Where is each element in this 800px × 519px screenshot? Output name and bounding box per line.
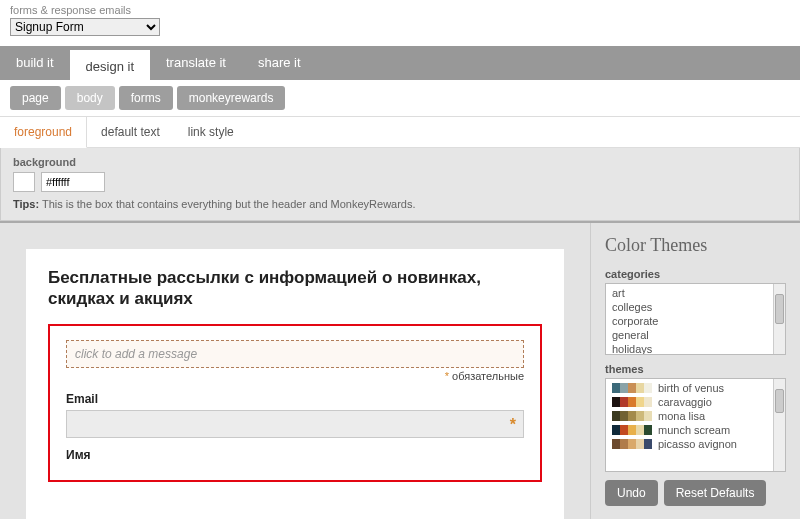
theme-item[interactable]: mona lisa (610, 409, 769, 423)
category-item[interactable]: colleges (610, 300, 769, 314)
theme-name: mona lisa (658, 410, 705, 422)
main-tabs: build it design it translate it share it (0, 46, 800, 80)
sidebar: Color Themes categories art colleges cor… (590, 223, 800, 519)
field-label-name: Имя (66, 448, 524, 462)
tips-text: Tips: This is the box that contains ever… (13, 198, 787, 210)
subtab-body[interactable]: body (65, 86, 115, 110)
field-label-email: Email (66, 392, 524, 406)
category-item[interactable]: art (610, 286, 769, 300)
background-label: background (13, 156, 787, 168)
theme-palette (612, 411, 652, 421)
form-canvas: Бесплатные рассылки с информацией о нови… (0, 223, 590, 519)
tertab-foreground[interactable]: foreground (0, 117, 87, 148)
theme-item[interactable]: caravaggio (610, 395, 769, 409)
required-legend: обязательные (66, 370, 524, 382)
scrollbar[interactable] (773, 379, 785, 471)
theme-name: birth of venus (658, 382, 724, 394)
background-swatch[interactable] (13, 172, 35, 192)
theme-item[interactable]: birth of venus (610, 381, 769, 395)
categories-label: categories (605, 268, 786, 280)
theme-name: picasso avignon (658, 438, 737, 450)
theme-palette (612, 439, 652, 449)
themes-label: themes (605, 363, 786, 375)
subtab-page[interactable]: page (10, 86, 61, 110)
forms-response-label: forms & response emails (0, 0, 800, 18)
tertab-link-style[interactable]: link style (174, 117, 248, 147)
theme-palette (612, 397, 652, 407)
add-message-placeholder[interactable]: click to add a message (66, 340, 524, 368)
categories-list[interactable]: art colleges corporate general holidays (605, 283, 786, 355)
theme-palette (612, 383, 652, 393)
required-star-icon: * (510, 416, 516, 434)
tab-build-it[interactable]: build it (0, 46, 70, 80)
reset-defaults-button[interactable]: Reset Defaults (664, 480, 767, 506)
scrollbar[interactable] (773, 284, 785, 354)
form-body-selected[interactable]: click to add a message обязательные Emai… (48, 324, 542, 482)
undo-button[interactable]: Undo (605, 480, 658, 506)
tertab-default-text[interactable]: default text (87, 117, 174, 147)
subtab-monkeyrewards[interactable]: monkeyrewards (177, 86, 286, 110)
tertiary-tabs: foreground default text link style (0, 116, 800, 148)
theme-item[interactable]: munch scream (610, 423, 769, 437)
theme-name: caravaggio (658, 396, 712, 408)
subtab-forms[interactable]: forms (119, 86, 173, 110)
category-item[interactable]: general (610, 328, 769, 342)
theme-item[interactable]: picasso avignon (610, 437, 769, 451)
themes-list[interactable]: birth of venuscaravaggiomona lisamunch s… (605, 378, 786, 472)
category-item[interactable]: holidays (610, 342, 769, 355)
sub-tabs: page body forms monkeyrewards (0, 80, 800, 116)
tab-share-it[interactable]: share it (242, 46, 317, 80)
tab-translate-it[interactable]: translate it (150, 46, 242, 80)
background-color-input[interactable] (41, 172, 105, 192)
color-themes-title: Color Themes (605, 235, 786, 256)
form-select[interactable]: Signup Form (10, 18, 160, 36)
category-item[interactable]: corporate (610, 314, 769, 328)
theme-name: munch scream (658, 424, 730, 436)
tab-design-it[interactable]: design it (70, 50, 150, 80)
email-field[interactable] (66, 410, 524, 438)
theme-palette (612, 425, 652, 435)
style-panel: background Tips: This is the box that co… (0, 148, 800, 221)
form-title[interactable]: Бесплатные рассылки с информацией о нови… (48, 267, 542, 310)
